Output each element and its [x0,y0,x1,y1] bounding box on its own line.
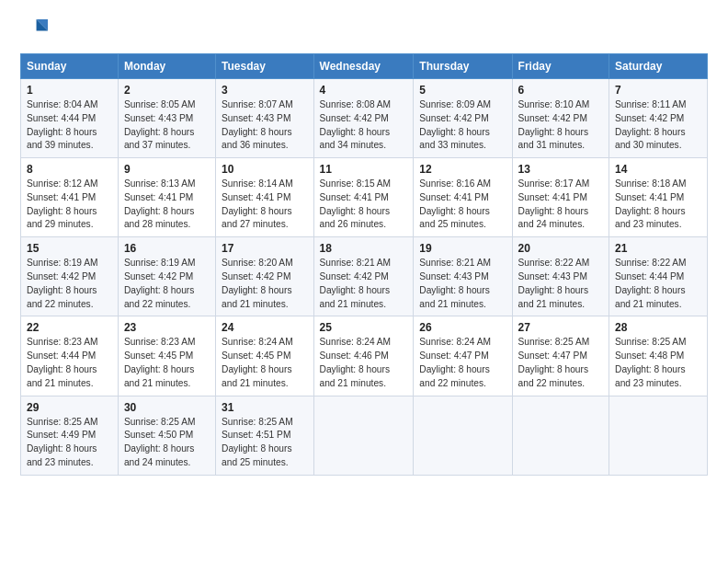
calendar-cell: 31Sunrise: 8:25 AM Sunset: 4:51 PM Dayli… [216,396,313,475]
day-number: 27 [518,321,603,334]
day-number: 6 [518,84,603,97]
day-content: Sunrise: 8:04 AM Sunset: 4:44 PM Dayligh… [27,98,112,153]
calendar-cell: 16Sunrise: 8:19 AM Sunset: 4:42 PM Dayli… [118,237,215,316]
calendar-cell: 14Sunrise: 8:18 AM Sunset: 4:41 PM Dayli… [609,158,708,237]
day-content: Sunrise: 8:05 AM Sunset: 4:43 PM Dayligh… [124,98,210,153]
day-content: Sunrise: 8:21 AM Sunset: 4:43 PM Dayligh… [419,257,506,311]
day-number: 22 [27,321,112,334]
calendar-cell [512,396,609,475]
calendar-cell: 29Sunrise: 8:25 AM Sunset: 4:49 PM Dayli… [21,396,119,475]
day-number: 8 [27,163,112,176]
day-content: Sunrise: 8:23 AM Sunset: 4:44 PM Dayligh… [27,336,112,390]
calendar-day-header: Sunday [21,54,119,79]
day-number: 2 [124,84,210,97]
calendar-cell: 11Sunrise: 8:15 AM Sunset: 4:41 PM Dayli… [313,158,414,237]
day-number: 21 [615,242,701,255]
day-number: 31 [222,401,307,414]
day-number: 19 [419,242,506,255]
calendar-cell: 24Sunrise: 8:24 AM Sunset: 4:45 PM Dayli… [216,316,313,396]
day-number: 26 [419,321,506,334]
day-content: Sunrise: 8:13 AM Sunset: 4:41 PM Dayligh… [124,178,210,232]
day-number: 13 [518,163,603,176]
calendar-cell: 15Sunrise: 8:19 AM Sunset: 4:42 PM Dayli… [21,237,119,316]
day-number: 24 [222,321,307,334]
day-content: Sunrise: 8:25 AM Sunset: 4:50 PM Dayligh… [124,416,210,470]
calendar-cell: 19Sunrise: 8:21 AM Sunset: 4:43 PM Dayli… [414,237,512,316]
logo-icon [22,17,48,42]
calendar-cell: 7Sunrise: 8:11 AM Sunset: 4:42 PM Daylig… [609,79,708,158]
day-number: 17 [222,242,307,255]
calendar-week-row: 15Sunrise: 8:19 AM Sunset: 4:42 PM Dayli… [21,237,708,316]
calendar-cell: 17Sunrise: 8:20 AM Sunset: 4:42 PM Dayli… [216,237,313,316]
day-content: Sunrise: 8:21 AM Sunset: 4:42 PM Dayligh… [320,257,408,311]
calendar-cell: 26Sunrise: 8:24 AM Sunset: 4:47 PM Dayli… [414,316,512,396]
calendar-cell: 8Sunrise: 8:12 AM Sunset: 4:41 PM Daylig… [21,158,119,237]
day-number: 28 [615,321,701,334]
day-content: Sunrise: 8:18 AM Sunset: 4:41 PM Dayligh… [615,178,701,232]
calendar-cell: 20Sunrise: 8:22 AM Sunset: 4:43 PM Dayli… [512,237,609,316]
calendar-cell: 9Sunrise: 8:13 AM Sunset: 4:41 PM Daylig… [118,158,215,237]
day-number: 30 [124,401,210,414]
day-number: 9 [124,163,210,176]
day-content: Sunrise: 8:24 AM Sunset: 4:46 PM Dayligh… [320,336,408,390]
calendar-day-header: Tuesday [216,54,313,79]
calendar-cell: 6Sunrise: 8:10 AM Sunset: 4:42 PM Daylig… [512,79,609,158]
calendar-day-header: Friday [512,54,609,79]
day-content: Sunrise: 8:09 AM Sunset: 4:42 PM Dayligh… [419,98,506,153]
day-content: Sunrise: 8:24 AM Sunset: 4:47 PM Dayligh… [419,336,506,390]
calendar-cell: 5Sunrise: 8:09 AM Sunset: 4:42 PM Daylig… [414,79,512,158]
calendar-week-row: 29Sunrise: 8:25 AM Sunset: 4:49 PM Dayli… [21,396,708,475]
day-number: 20 [518,242,603,255]
day-content: Sunrise: 8:25 AM Sunset: 4:49 PM Dayligh… [27,416,112,470]
calendar-cell: 13Sunrise: 8:17 AM Sunset: 4:41 PM Dayli… [512,158,609,237]
header [20,17,708,46]
calendar-cell [414,396,512,475]
calendar-day-header: Wednesday [313,54,414,79]
day-number: 15 [27,242,112,255]
calendar-cell: 12Sunrise: 8:16 AM Sunset: 4:41 PM Dayli… [414,158,512,237]
day-content: Sunrise: 8:19 AM Sunset: 4:42 PM Dayligh… [124,257,210,311]
calendar-table: SundayMondayTuesdayWednesdayThursdayFrid… [20,53,708,476]
day-number: 3 [222,84,307,97]
day-content: Sunrise: 8:08 AM Sunset: 4:42 PM Dayligh… [320,98,408,153]
calendar-day-header: Saturday [609,54,708,79]
day-number: 23 [124,321,210,334]
day-number: 29 [27,401,112,414]
day-number: 16 [124,242,210,255]
day-number: 5 [419,84,506,97]
calendar-cell: 1Sunrise: 8:04 AM Sunset: 4:44 PM Daylig… [21,79,119,158]
calendar-cell [313,396,414,475]
day-content: Sunrise: 8:15 AM Sunset: 4:41 PM Dayligh… [320,178,408,232]
calendar-day-header: Thursday [414,54,512,79]
calendar-cell: 28Sunrise: 8:25 AM Sunset: 4:48 PM Dayli… [609,316,708,396]
day-number: 14 [615,163,701,176]
day-content: Sunrise: 8:07 AM Sunset: 4:43 PM Dayligh… [222,98,307,153]
calendar-cell: 27Sunrise: 8:25 AM Sunset: 4:47 PM Dayli… [512,316,609,396]
day-number: 4 [320,84,408,97]
calendar-cell: 2Sunrise: 8:05 AM Sunset: 4:43 PM Daylig… [118,79,215,158]
day-content: Sunrise: 8:25 AM Sunset: 4:47 PM Dayligh… [518,336,603,390]
day-content: Sunrise: 8:22 AM Sunset: 4:43 PM Dayligh… [518,257,603,311]
calendar-day-header: Monday [118,54,215,79]
calendar-cell [609,396,708,475]
day-content: Sunrise: 8:17 AM Sunset: 4:41 PM Dayligh… [518,178,603,232]
day-content: Sunrise: 8:11 AM Sunset: 4:42 PM Dayligh… [615,98,701,153]
day-content: Sunrise: 8:20 AM Sunset: 4:42 PM Dayligh… [222,257,307,311]
day-number: 12 [419,163,506,176]
day-content: Sunrise: 8:14 AM Sunset: 4:41 PM Dayligh… [222,178,307,232]
day-content: Sunrise: 8:25 AM Sunset: 4:48 PM Dayligh… [615,336,701,390]
calendar-cell: 10Sunrise: 8:14 AM Sunset: 4:41 PM Dayli… [216,158,313,237]
calendar-cell: 30Sunrise: 8:25 AM Sunset: 4:50 PM Dayli… [118,396,215,475]
day-number: 18 [320,242,408,255]
day-content: Sunrise: 8:10 AM Sunset: 4:42 PM Dayligh… [518,98,603,153]
logo [20,17,48,46]
day-content: Sunrise: 8:25 AM Sunset: 4:51 PM Dayligh… [222,416,307,470]
day-content: Sunrise: 8:12 AM Sunset: 4:41 PM Dayligh… [27,178,112,232]
calendar-cell: 25Sunrise: 8:24 AM Sunset: 4:46 PM Dayli… [313,316,414,396]
calendar-cell: 18Sunrise: 8:21 AM Sunset: 4:42 PM Dayli… [313,237,414,316]
day-content: Sunrise: 8:22 AM Sunset: 4:44 PM Dayligh… [615,257,701,311]
day-number: 10 [222,163,307,176]
calendar-week-row: 22Sunrise: 8:23 AM Sunset: 4:44 PM Dayli… [21,316,708,396]
calendar-cell: 4Sunrise: 8:08 AM Sunset: 4:42 PM Daylig… [313,79,414,158]
calendar-cell: 21Sunrise: 8:22 AM Sunset: 4:44 PM Dayli… [609,237,708,316]
